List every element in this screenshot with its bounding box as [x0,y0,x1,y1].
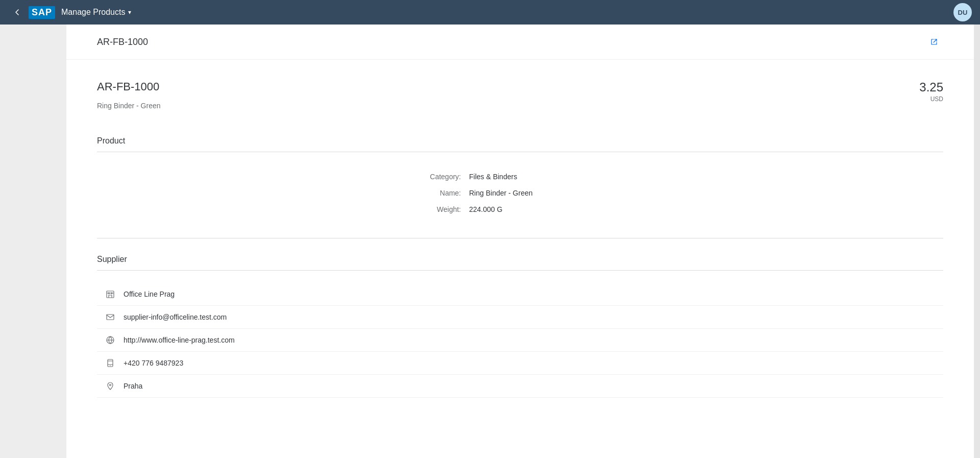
svg-point-10 [110,384,111,386]
product-description: Ring Binder - Green [97,102,161,110]
svg-rect-0 [107,291,114,298]
svg-point-9 [110,365,110,366]
field-row-name: Name: Ring Binder - Green [367,185,673,201]
field-row-weight: Weight: 224.000 G [367,201,673,218]
category-value: Files & Binders [469,173,673,181]
weight-label: Weight: [367,205,469,213]
supplier-name: Office Line Prag [124,290,175,298]
app-header: SAP Manage Products ▾ DU [0,0,980,25]
chevron-down-icon: ▾ [128,9,131,16]
svg-rect-3 [107,315,114,320]
name-value: Ring Binder - Green [469,189,673,197]
field-row-category: Category: Files & Binders [367,168,673,185]
email-icon [105,312,115,322]
supplier-section: Supplier Office [97,255,943,398]
page-layout: AR-FB-1000 AR-FB-1000 Ring Binder - Gree… [0,25,980,458]
supplier-website: http://www.office-line-prag.test.com [124,336,235,344]
sap-logo: SAP [29,6,55,19]
location-icon [105,381,115,391]
content-area: AR-FB-1000 Ring Binder - Green 3.25 USD … [66,60,974,418]
list-item: Praha [97,375,943,398]
sidebar [0,25,66,458]
product-id: AR-FB-1000 [97,80,161,93]
app-title[interactable]: Manage Products ▾ [61,8,131,17]
product-section: Product Category: Files & Binders Name: … [97,136,943,230]
supplier-section-title: Supplier [97,255,943,271]
user-initials: DU [958,9,968,16]
name-label: Name: [367,189,469,197]
list-item: supplier-info@officeline.test.com [97,306,943,329]
weight-value: 224.000 G [469,205,673,213]
product-fields: Category: Files & Binders Name: Ring Bin… [97,164,943,230]
list-item: http://www.office-line-prag.test.com [97,329,943,352]
supplier-phone: +420 776 9487923 [124,359,183,367]
supplier-location: Praha [124,382,142,390]
section-divider-1 [97,238,943,238]
phone-icon [105,358,115,368]
page-header: AR-FB-1000 [66,25,974,60]
supplier-email: supplier-info@officeline.test.com [124,313,227,321]
page-title: AR-FB-1000 [97,37,148,47]
list-item: +420 776 9487923 [97,352,943,375]
main-content: AR-FB-1000 AR-FB-1000 Ring Binder - Gree… [66,25,974,458]
price-currency: USD [919,95,943,103]
user-avatar[interactable]: DU [953,3,972,21]
external-link-button[interactable] [925,33,943,51]
product-card: AR-FB-1000 Ring Binder - Green 3.25 USD [97,60,943,120]
product-section-title: Product [97,136,943,152]
category-label: Category: [367,173,469,181]
sap-logo-text: SAP [29,6,55,19]
price-block: 3.25 USD [919,80,943,103]
supplier-list: Office Line Prag supplier-info@officelin… [97,283,943,398]
right-panel [974,25,980,458]
list-item: Office Line Prag [97,283,943,306]
app-title-text: Manage Products [61,8,125,17]
back-button[interactable] [8,3,27,21]
building-icon [105,289,115,299]
globe-icon [105,335,115,345]
price-value: 3.25 [919,80,943,94]
product-info: AR-FB-1000 Ring Binder - Green [97,80,161,110]
